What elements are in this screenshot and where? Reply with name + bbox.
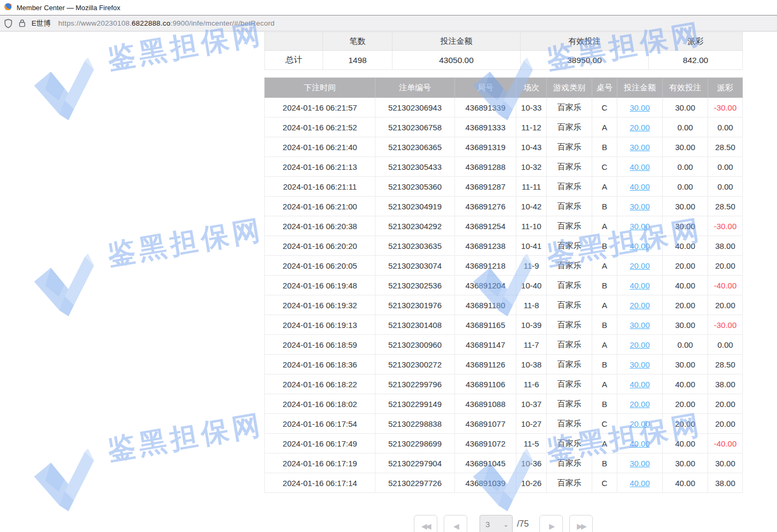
bet-amount-cell: 40.00 (617, 374, 663, 394)
game-type-cell: 百家乐 (547, 394, 592, 414)
valid-bet-cell: 0.00 (663, 157, 708, 177)
slip-number-cell: 521302303635 (375, 236, 455, 256)
table-number-cell: B (592, 236, 617, 256)
table-number-cell: A (592, 216, 617, 236)
bet-record-table: 下注时间注单编号局号场次游戏类别桌号投注金额有效投注派彩 2024-01-16 … (264, 77, 743, 493)
game-type-cell: 百家乐 (547, 118, 592, 137)
table-row: 2024-01-16 06:19:48521302302536436891204… (265, 276, 743, 295)
slip-number-cell: 521302301976 (375, 295, 455, 315)
bet-amount-link[interactable]: 40.00 (630, 182, 650, 191)
watermark-logo-icon (28, 247, 103, 322)
bet-time-cell: 2024-01-16 06:17:49 (265, 434, 375, 453)
watermark-logo-icon (28, 442, 103, 517)
bet-amount-link[interactable]: 20.00 (630, 340, 650, 349)
table-number-cell: B (592, 197, 617, 216)
bet-time-cell: 2024-01-16 06:21:57 (265, 98, 375, 118)
bet-amount-link[interactable]: 40.00 (630, 380, 650, 389)
bet-amount-link[interactable]: 20.00 (630, 400, 650, 409)
bet-table-header-bet-time-cell: 下注时间 (265, 78, 375, 98)
game-type-cell: 百家乐 (547, 434, 592, 453)
double-left-arrow-icon: ◀◀ (421, 522, 430, 530)
summary-total-valid-bet: 38950.00 (521, 51, 649, 70)
slip-number-cell: 521302306758 (375, 118, 455, 137)
slip-number-cell: 521302300272 (375, 355, 455, 374)
table-number-cell: C (592, 414, 617, 434)
lock-icon[interactable] (18, 19, 26, 28)
summary-total-row: 总计 1498 43050.00 38950.00 842.00 (265, 51, 743, 70)
table-number-cell: A (592, 374, 617, 394)
bet-amount-link[interactable]: 40.00 (630, 162, 650, 171)
valid-bet-cell: 0.00 (663, 118, 708, 137)
session-cell: 10-43 (516, 137, 547, 157)
first-page-button[interactable]: ◀◀ (414, 515, 437, 532)
game-type-cell: 百家乐 (547, 453, 592, 473)
bet-amount-cell: 20.00 (617, 295, 663, 315)
round-number-cell: 436891333 (455, 118, 516, 137)
bet-time-cell: 2024-01-16 06:17:54 (265, 414, 375, 434)
bet-amount-link[interactable]: 40.00 (630, 479, 650, 488)
bet-amount-link[interactable]: 40.00 (630, 439, 650, 448)
session-cell: 10-38 (516, 355, 547, 374)
table-row: 2024-01-16 06:18:22521302299796436891106… (265, 374, 743, 394)
page-select[interactable]: 3 (480, 515, 513, 532)
summary-table: 笔数 投注金额 有效投注 派彩 总计 1498 43050.00 38950.0… (264, 32, 743, 70)
round-number-cell: 436891088 (455, 394, 516, 414)
bet-time-cell: 2024-01-16 06:18:22 (265, 374, 375, 394)
table-row: 2024-01-16 06:19:13521302301408436891165… (265, 315, 743, 335)
table-number-cell: A (592, 295, 617, 315)
bet-amount-link[interactable]: 30.00 (630, 143, 650, 152)
bet-amount-link[interactable]: 20.00 (630, 123, 650, 132)
bet-amount-link[interactable]: 40.00 (630, 241, 650, 251)
payout-cell: 0.00 (708, 335, 743, 355)
payout-cell: -30.00 (708, 315, 743, 335)
bet-time-cell: 2024-01-16 06:18:02 (265, 394, 375, 414)
slip-number-cell: 521302306943 (375, 98, 455, 118)
payout-cell: 20.00 (708, 394, 743, 414)
valid-bet-cell: 40.00 (663, 276, 708, 295)
round-number-cell: 436891072 (455, 434, 516, 453)
table-number-cell: B (592, 276, 617, 295)
firefox-icon (4, 2, 12, 13)
bet-amount-link[interactable]: 30.00 (630, 320, 650, 330)
bet-amount-link[interactable]: 30.00 (630, 360, 650, 369)
valid-bet-cell: 30.00 (663, 355, 708, 374)
next-page-button[interactable]: ▶ (539, 515, 563, 532)
table-number-cell: C (592, 98, 617, 118)
bet-amount-link[interactable]: 30.00 (630, 202, 650, 211)
payout-cell: 20.00 (708, 256, 743, 276)
address-bar[interactable]: E世博 https://www20230108.6822888.co:9900/… (0, 15, 777, 32)
session-cell: 10-42 (516, 197, 547, 216)
shield-icon[interactable] (4, 19, 13, 28)
slip-number-cell: 521302297904 (375, 453, 455, 473)
bet-amount-cell: 40.00 (617, 276, 663, 295)
payout-cell: 28.50 (708, 137, 743, 157)
prev-page-button[interactable]: ◀ (444, 515, 467, 532)
bet-table-header-slip-number-cell: 注单编号 (375, 78, 455, 98)
valid-bet-cell: 0.00 (663, 177, 708, 197)
bet-amount-link[interactable]: 40.00 (630, 281, 650, 290)
bet-amount-link[interactable]: 30.00 (630, 459, 650, 468)
payout-cell: 20.00 (708, 295, 743, 315)
site-identity-label[interactable]: E世博 (32, 19, 51, 28)
bet-amount-link[interactable]: 30.00 (630, 222, 650, 231)
watermark: 鉴黑担保网 (26, 208, 272, 322)
round-number-cell: 436891204 (455, 276, 516, 295)
game-type-cell: 百家乐 (547, 335, 592, 355)
bet-amount-link[interactable]: 20.00 (630, 261, 650, 270)
bet-amount-cell: 30.00 (617, 315, 663, 335)
bet-amount-link[interactable]: 20.00 (630, 419, 650, 428)
table-number-cell: A (592, 434, 617, 453)
bet-amount-link[interactable]: 30.00 (630, 103, 650, 112)
bet-amount-cell: 20.00 (617, 394, 663, 414)
bet-amount-link[interactable]: 20.00 (630, 301, 650, 310)
table-number-cell: C (592, 157, 617, 177)
last-page-button[interactable]: ▶▶ (569, 515, 593, 532)
game-type-cell: 百家乐 (547, 197, 592, 216)
bet-time-cell: 2024-01-16 06:18:59 (265, 335, 375, 355)
slip-number-cell: 521302298838 (375, 414, 455, 434)
url-text[interactable]: https://www20230108.6822888.co:9900/infe… (58, 19, 274, 27)
round-number-cell: 436891339 (455, 98, 516, 118)
bet-time-cell: 2024-01-16 06:21:00 (265, 197, 375, 216)
game-type-cell: 百家乐 (547, 157, 592, 177)
round-number-cell: 436891254 (455, 216, 516, 236)
